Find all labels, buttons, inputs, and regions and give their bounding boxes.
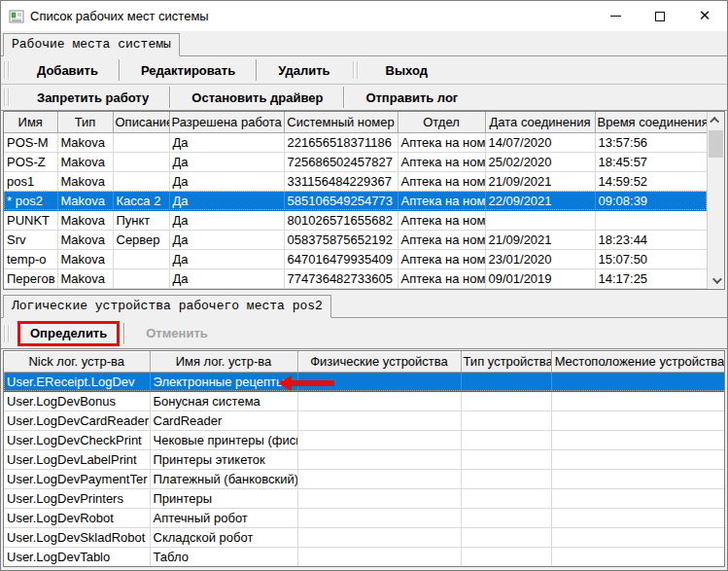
- table-cell[interactable]: [297, 469, 461, 488]
- minimize-button[interactable]: [593, 1, 638, 31]
- table-cell[interactable]: Makova: [57, 171, 113, 191]
- table-cell[interactable]: [297, 488, 461, 508]
- table-cell[interactable]: [461, 527, 551, 547]
- table-row[interactable]: User.LogDevCardReaderCardReader: [4, 410, 725, 430]
- table-cell[interactable]: Да: [169, 152, 284, 171]
- table-row[interactable]: User.LogDevSkladRobotСкладской робот: [4, 527, 725, 547]
- table-row[interactable]: pos1MakovaДа331156484229367Аптека на ном…: [4, 171, 707, 191]
- table-cell[interactable]: Аптека на ном: [398, 210, 485, 230]
- table-cell[interactable]: Да: [169, 191, 284, 210]
- table-cell[interactable]: 23/01/2020: [485, 249, 595, 268]
- table-cell[interactable]: User.LogDevPrinters: [4, 488, 150, 508]
- table-cell[interactable]: [595, 210, 707, 230]
- table-cell[interactable]: [461, 372, 551, 391]
- table-row[interactable]: User.LogDevRobotАптечный робот: [4, 508, 725, 527]
- table-cell[interactable]: POS-M: [4, 132, 57, 152]
- table-cell[interactable]: [461, 391, 551, 410]
- table-cell[interactable]: 801026571655682: [284, 210, 398, 230]
- table-cell[interactable]: 21/09/2021: [485, 230, 595, 249]
- table-cell[interactable]: CardReader: [150, 410, 297, 430]
- table-cell[interactable]: Да: [169, 249, 284, 268]
- table-cell[interactable]: [551, 410, 725, 430]
- table-cell[interactable]: [297, 391, 461, 410]
- table-cell[interactable]: 18:23:44: [595, 230, 707, 249]
- table-cell[interactable]: [297, 449, 461, 469]
- table-cell[interactable]: Srv: [4, 230, 57, 249]
- table-row[interactable]: User.EReceipt.LogDevЭлектронные рецепты: [4, 372, 725, 391]
- forbid-work-button[interactable]: Запретить работу: [17, 86, 168, 109]
- table-cell[interactable]: Аптека на ном: [398, 249, 485, 268]
- table-cell[interactable]: User.LogDevTablo: [4, 547, 150, 566]
- column-header[interactable]: Имя: [4, 112, 57, 132]
- table-cell[interactable]: User.LogDevBonus: [4, 391, 150, 410]
- table-cell[interactable]: Аптечный робот: [150, 508, 297, 527]
- table-cell[interactable]: [551, 469, 725, 488]
- table-row[interactable]: User.LogDevCheckPrintЧековые принтеры (ф…: [4, 430, 725, 449]
- table-cell[interactable]: pos1: [4, 171, 57, 191]
- define-button[interactable]: Определить: [17, 321, 120, 346]
- table-cell[interactable]: Платежный (банковский): [150, 469, 297, 488]
- exit-button[interactable]: Выход: [366, 58, 447, 82]
- table-cell[interactable]: 21/09/2021: [485, 171, 595, 191]
- table-cell[interactable]: [461, 469, 551, 488]
- column-header[interactable]: Дата соединения: [485, 112, 595, 132]
- close-button[interactable]: ✕: [682, 1, 727, 31]
- table-cell[interactable]: 647016479935409: [284, 249, 398, 268]
- table-cell[interactable]: Чековые принтеры (фиск: [150, 430, 297, 449]
- tab-devices[interactable]: Логические устройства рабочего места pos…: [3, 295, 331, 318]
- column-header[interactable]: Местоположение устройства: [551, 351, 725, 372]
- table-cell[interactable]: 585106549254773: [284, 191, 398, 210]
- table-cell[interactable]: 09/01/2019: [485, 268, 595, 288]
- table-cell[interactable]: [461, 488, 551, 508]
- column-header[interactable]: Системный номер: [284, 112, 398, 132]
- table-cell[interactable]: User.LogDevSkladRobot: [4, 527, 150, 547]
- table-cell[interactable]: Принтеры этикеток: [150, 449, 297, 469]
- table-cell[interactable]: 14:17:25: [595, 268, 707, 288]
- table-cell[interactable]: 25/02/2020: [485, 152, 595, 171]
- table-cell[interactable]: 331156484229367: [284, 171, 398, 191]
- table-cell[interactable]: [113, 268, 169, 288]
- table-row[interactable]: User.LogDevBonusБонусная система: [4, 391, 725, 410]
- table-cell[interactable]: [461, 508, 551, 527]
- table-cell[interactable]: Складской робот: [150, 527, 297, 547]
- scrollbar-thumb[interactable]: [709, 130, 723, 158]
- table-row[interactable]: * pos2MakovaКасса 2Да585106549254773Апте…: [4, 191, 707, 210]
- toolbar-grip[interactable]: [4, 325, 10, 342]
- table-cell[interactable]: User.EReceipt.LogDev: [4, 372, 150, 391]
- table-cell[interactable]: User.LogDevLabelPrint: [4, 449, 150, 469]
- table-cell[interactable]: 14/07/2020: [485, 132, 595, 152]
- scroll-down-button[interactable]: [708, 272, 724, 289]
- toolbar-grip[interactable]: [4, 89, 10, 106]
- table-cell[interactable]: 058375875652192: [284, 230, 398, 249]
- table-cell[interactable]: Аптека на ном: [398, 230, 485, 249]
- table-cell[interactable]: temp-o: [4, 249, 57, 268]
- stop-driver-button[interactable]: Остановить драйвер: [172, 86, 342, 109]
- delete-button[interactable]: Удалить: [259, 58, 349, 82]
- column-header[interactable]: Nick лог. устр-ва: [4, 351, 150, 372]
- table-cell[interactable]: Да: [169, 132, 284, 152]
- toolbar-grip[interactable]: [353, 61, 359, 79]
- table-cell[interactable]: 22/09/2021: [485, 191, 595, 210]
- table-cell[interactable]: [551, 391, 725, 410]
- table-cell[interactable]: Makova: [57, 230, 113, 249]
- table-cell[interactable]: [297, 372, 461, 391]
- cancel-button[interactable]: Отменить: [126, 322, 227, 345]
- toolbar-grip[interactable]: [4, 61, 10, 79]
- table-cell[interactable]: [113, 249, 169, 268]
- table-cell[interactable]: [297, 508, 461, 527]
- table-cell[interactable]: 774736482733605: [284, 268, 398, 288]
- column-header[interactable]: Физические устройства: [297, 351, 461, 372]
- table-cell[interactable]: Да: [169, 210, 284, 230]
- table-cell[interactable]: 725686502457827: [284, 152, 398, 171]
- table-cell[interactable]: [461, 410, 551, 430]
- column-header[interactable]: Отдел: [398, 112, 485, 132]
- table-cell[interactable]: [461, 547, 551, 566]
- column-header[interactable]: Описание: [113, 112, 169, 132]
- table-row[interactable]: temp-oMakovaДа647016479935409Аптека на н…: [4, 249, 707, 268]
- table-cell[interactable]: [485, 210, 595, 230]
- column-header[interactable]: Тип: [57, 112, 113, 132]
- maximize-button[interactable]: [638, 1, 682, 31]
- table-cell[interactable]: [551, 372, 725, 391]
- table-cell[interactable]: 18:45:57: [595, 152, 707, 171]
- table-cell[interactable]: User.LogDevCheckPrint: [4, 430, 150, 449]
